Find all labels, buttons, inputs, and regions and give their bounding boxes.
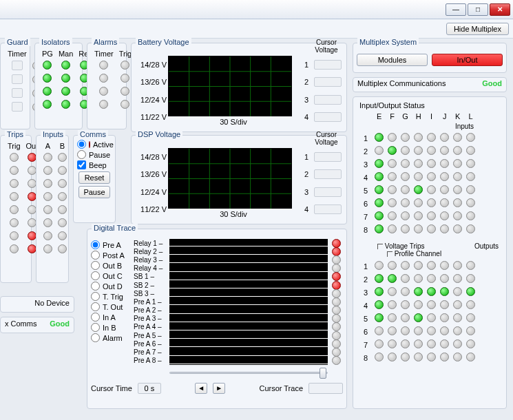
io-led bbox=[388, 185, 397, 194]
io-led bbox=[401, 198, 410, 207]
digital-radio-post-a[interactable]: Post A bbox=[91, 251, 134, 260]
isolators-title: Isolators bbox=[39, 38, 72, 46]
io-led bbox=[453, 353, 462, 361]
io-led bbox=[453, 146, 462, 155]
io-led bbox=[466, 133, 475, 142]
io-led bbox=[388, 326, 397, 335]
inout-button[interactable]: In/Out bbox=[432, 54, 503, 66]
io-led bbox=[427, 287, 436, 296]
io-led bbox=[401, 261, 410, 270]
io-led bbox=[414, 146, 423, 155]
comms-panel: Comms Active Pause Beep Reset Pause bbox=[73, 135, 116, 223]
digital-trace-slider[interactable] bbox=[169, 368, 328, 379]
io-led bbox=[466, 326, 475, 335]
cursor-prev-button[interactable]: ◄ bbox=[195, 383, 207, 394]
io-led bbox=[453, 339, 462, 348]
io-led bbox=[466, 287, 475, 296]
digital-radio-out-c[interactable]: Out C bbox=[91, 271, 134, 280]
io-led bbox=[427, 185, 436, 194]
comms-reset-button[interactable]: Reset bbox=[78, 171, 110, 184]
io-led bbox=[375, 185, 384, 194]
io-led bbox=[388, 300, 397, 309]
trace-led bbox=[332, 247, 341, 256]
io-led bbox=[427, 224, 436, 233]
window-close-button[interactable]: ✕ bbox=[490, 3, 510, 16]
io-led bbox=[440, 261, 449, 270]
inputs-panel: Inputs AB bbox=[36, 135, 69, 283]
io-led bbox=[440, 353, 449, 361]
io-led bbox=[401, 224, 410, 233]
window-titlebar: — □ ✕ bbox=[0, 0, 513, 19]
battery-title: Battery Voltage bbox=[136, 38, 191, 46]
cursor-trace-value bbox=[308, 383, 343, 394]
io-led bbox=[440, 159, 449, 168]
digital-radio-t-trig[interactable]: T. Trig bbox=[91, 292, 134, 301]
dsp-voltage-panel: DSP Voltage 14/28 V13/26 V12/24 V11/22 V… bbox=[131, 135, 347, 224]
io-led bbox=[440, 287, 449, 296]
io-led bbox=[388, 287, 397, 296]
trace-led bbox=[332, 331, 341, 340]
io-led bbox=[427, 211, 436, 220]
io-led bbox=[453, 261, 462, 270]
device-status-text: No Device bbox=[34, 299, 70, 307]
comms-active-radio[interactable]: Active bbox=[77, 140, 112, 149]
io-led bbox=[440, 313, 449, 322]
battery-scope bbox=[168, 56, 292, 116]
io-led bbox=[466, 224, 475, 233]
digital-title: Digital Trace bbox=[92, 224, 138, 232]
io-led bbox=[401, 133, 410, 142]
io-led bbox=[466, 274, 475, 283]
io-led bbox=[453, 185, 462, 194]
io-led bbox=[401, 274, 410, 283]
io-led bbox=[401, 185, 410, 194]
io-led bbox=[414, 133, 423, 142]
io-led bbox=[453, 198, 462, 207]
io-led bbox=[375, 159, 384, 168]
io-led bbox=[388, 146, 397, 155]
io-led bbox=[414, 172, 423, 181]
io-led bbox=[427, 353, 436, 361]
digital-radio-in-b[interactable]: In B bbox=[91, 323, 134, 332]
io-led bbox=[440, 326, 449, 335]
alarms-panel: Alarms TimerTrig bbox=[87, 43, 127, 129]
window-minimize-button[interactable]: — bbox=[446, 3, 466, 16]
io-led bbox=[414, 159, 423, 168]
guard-title: Guard bbox=[5, 38, 30, 46]
io-led bbox=[401, 326, 410, 335]
isolator-led bbox=[43, 61, 52, 70]
digital-radio-t-out[interactable]: T. Out bbox=[91, 302, 134, 311]
io-led bbox=[466, 159, 475, 168]
io-led bbox=[414, 274, 423, 283]
multiplex-comms-value: Good bbox=[482, 79, 502, 90]
battery-xlabel: 30 S/div bbox=[168, 118, 299, 126]
digital-radio-out-b[interactable]: Out B bbox=[91, 261, 134, 270]
io-led bbox=[453, 159, 462, 168]
modules-button[interactable]: Modules bbox=[357, 54, 428, 66]
io-led bbox=[453, 313, 462, 322]
digital-radio-pre-a[interactable]: Pre A bbox=[91, 240, 134, 249]
io-led bbox=[440, 185, 449, 194]
comms-beep-checkbox[interactable]: Beep bbox=[77, 160, 112, 169]
isolators-panel: Isolators PG Man Rel bbox=[34, 43, 83, 129]
io-led bbox=[388, 159, 397, 168]
window-maximize-button[interactable]: □ bbox=[468, 3, 488, 16]
io-led bbox=[401, 172, 410, 181]
io-led bbox=[375, 313, 384, 322]
io-led bbox=[375, 224, 384, 233]
io-led bbox=[401, 146, 410, 155]
comms-pause-radio[interactable]: Pause bbox=[77, 150, 112, 159]
comms-pause-button[interactable]: Pause bbox=[78, 186, 110, 198]
io-led bbox=[388, 198, 397, 207]
digital-radio-in-a[interactable]: In A bbox=[91, 313, 134, 322]
hide-multiplex-button[interactable]: Hide Multiplex bbox=[446, 23, 509, 35]
digital-radio-alarm[interactable]: Alarm bbox=[91, 333, 134, 342]
io-led bbox=[466, 313, 475, 322]
trace-led bbox=[332, 306, 341, 315]
cursor-trace-label: Cursor Trace bbox=[259, 384, 303, 392]
battery-voltage-panel: Battery Voltage 14/28 V13/26 V12/24 V11/… bbox=[131, 43, 347, 132]
trace-led bbox=[332, 348, 341, 357]
cursor-next-button[interactable]: ► bbox=[213, 383, 225, 394]
digital-radio-out-d[interactable]: Out D bbox=[91, 282, 134, 291]
trace-led bbox=[332, 314, 341, 323]
multiplex-comms-panel: Multiplex Communications Good bbox=[353, 77, 507, 92]
